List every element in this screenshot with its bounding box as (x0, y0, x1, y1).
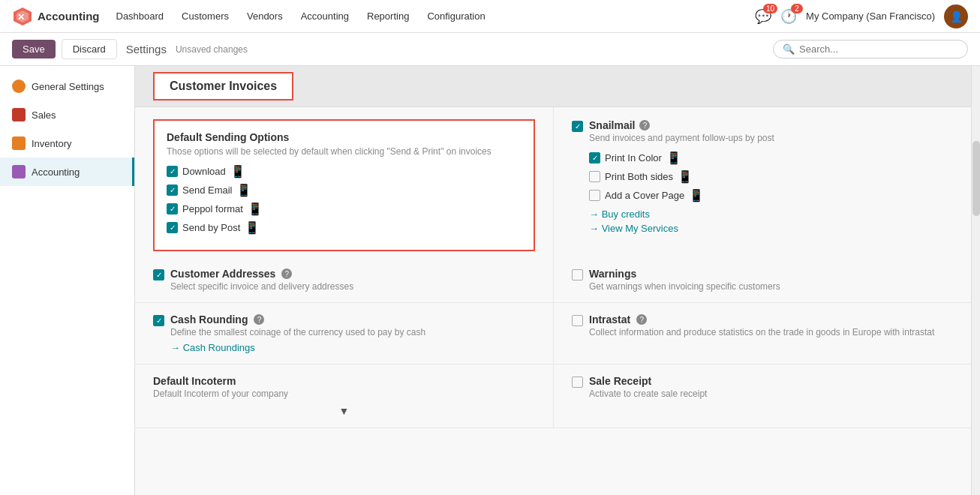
sidebar-label-inventory: Inventory (32, 138, 71, 149)
cash-rounding-help-icon[interactable]: ? (254, 314, 264, 325)
sidebar-item-accounting[interactable]: Accounting (0, 158, 134, 186)
scrollbar-thumb[interactable] (972, 141, 980, 216)
print-color-mobile-icon: 📱 (666, 151, 681, 165)
customer-addresses-help-icon[interactable]: ? (281, 268, 292, 279)
customer-addresses-checkbox[interactable] (153, 269, 164, 280)
cash-rounding-title-row: Cash Rounding ? (170, 314, 425, 326)
buy-credits-link[interactable]: Buy credits (589, 208, 774, 220)
sale-receipt-cell: Sale Receipt Activate to create sale rec… (553, 364, 971, 428)
search-icon: 🔍 (783, 44, 795, 55)
toolbar-settings-label: Settings (126, 43, 167, 56)
view-my-services-link[interactable]: View My Services (589, 223, 774, 234)
warnings-title: Warnings (589, 268, 636, 280)
cash-rounding-desc: Define the smallest coinage of the curre… (170, 327, 425, 338)
section-title: Customer Invoices (153, 72, 293, 100)
company-label: My Company (San Francisco) (806, 10, 935, 22)
checkbox-send-email-input[interactable] (167, 184, 178, 196)
content-area: Customer Invoices Default Sending Option… (135, 66, 971, 495)
brand-icon: ✕ (12, 6, 33, 27)
warnings-title-row: Warnings (589, 268, 780, 280)
alerts-button[interactable]: 🕐 2 (780, 8, 797, 25)
checkbox-print-both-input[interactable] (589, 171, 600, 182)
scrollbar-track[interactable] (971, 66, 980, 495)
send-by-post-mobile-icon: 📱 (245, 220, 260, 235)
search-bar[interactable]: 🔍 (773, 40, 968, 58)
sidebar-item-inventory[interactable]: Inventory (0, 129, 134, 158)
sending-options-desc: Those options will be selected by defaul… (167, 146, 522, 157)
brand[interactable]: ✕ Accounting (12, 6, 100, 27)
checkbox-print-both: Print Both sides 📱 (589, 170, 774, 184)
snailmail-title: Snailmail (589, 119, 635, 131)
nav-reporting[interactable]: Reporting (359, 8, 416, 25)
sales-icon (12, 108, 26, 122)
nav-dashboard[interactable]: Dashboard (109, 8, 172, 25)
intrastat-checkbox[interactable] (572, 315, 583, 326)
snailmail-title-row: Snailmail ? (589, 119, 774, 131)
snailmail-help-icon[interactable]: ? (639, 120, 650, 130)
nav-accounting[interactable]: Accounting (293, 8, 356, 25)
sidebar: General Settings Sales Inventory Account… (0, 66, 135, 495)
sidebar-item-sales[interactable]: Sales (0, 100, 134, 129)
default-incoterm-title: Default Incoterm (153, 375, 236, 387)
default-incoterm-cell: Default Incoterm Default Incoterm of you… (135, 364, 553, 428)
checkbox-print-color: Print In Color 📱 (589, 151, 774, 165)
intrastat-help-icon[interactable]: ? (636, 314, 647, 325)
sidebar-label-sales: Sales (32, 110, 56, 121)
incoterm-dropdown-arrow[interactable]: ▼ (339, 405, 350, 417)
checkbox-cover-page-input[interactable] (589, 190, 600, 201)
snailmail-desc: Send invoices and payment follow-ups by … (589, 133, 774, 143)
nav-configuration[interactable]: Configuration (419, 8, 492, 25)
nav-customers[interactable]: Customers (174, 8, 236, 25)
svg-text:✕: ✕ (17, 12, 25, 22)
warnings-checkbox[interactable] (572, 269, 583, 280)
checkbox-print-both-label: Print Both sides (605, 171, 673, 182)
checkbox-cover-page: Add a Cover Page 📱 (589, 188, 774, 202)
navbar-right: 💬 10 🕐 2 My Company (San Francisco) 👤 (755, 4, 968, 28)
save-button[interactable]: Save (12, 40, 56, 58)
sale-receipt-title: Sale Receipt (589, 375, 651, 387)
customer-addresses-title: Customer Addresses (170, 268, 275, 280)
alerts-badge: 2 (791, 4, 803, 14)
user-avatar[interactable]: 👤 (944, 4, 968, 28)
customer-addresses-title-row: Customer Addresses ? (170, 268, 353, 280)
bottom-grid: Customer Addresses ? Select specific inv… (135, 257, 971, 428)
download-mobile-icon: 📱 (230, 164, 245, 178)
snailmail-main-checkbox[interactable] (572, 121, 583, 132)
brand-name: Accounting (38, 10, 100, 22)
inventory-icon (12, 136, 26, 150)
checkbox-send-by-post: Send by Post 📱 (167, 220, 522, 235)
snailmail-group: Snailmail ? Send invoices and payment fo… (553, 107, 971, 257)
section-header: Customer Invoices (135, 66, 971, 107)
checkbox-send-by-post-input[interactable] (167, 222, 178, 233)
intrastat-title: Intrastat (589, 314, 630, 326)
discard-button[interactable]: Discard (62, 39, 117, 59)
sale-receipt-checkbox[interactable] (572, 376, 583, 388)
peppol-mobile-icon: 📱 (248, 202, 263, 216)
nav-vendors[interactable]: Vendors (239, 8, 290, 25)
cover-page-mobile-icon: 📱 (689, 188, 704, 202)
checkbox-download-input[interactable] (167, 166, 178, 177)
sidebar-label-accounting: Accounting (32, 166, 80, 178)
cash-rounding-checkbox[interactable] (153, 315, 164, 326)
checkbox-peppol-input[interactable] (167, 203, 178, 214)
checkbox-peppol-label: Peppol format (182, 203, 243, 214)
checkbox-print-color-input[interactable] (589, 152, 600, 164)
send-email-mobile-icon: 📱 (236, 183, 251, 197)
general-settings-icon (12, 80, 26, 93)
top-area: Default Sending Options Those options wi… (135, 107, 971, 257)
checkbox-print-color-label: Print In Color (605, 152, 662, 164)
unsaved-changes-label: Unsaved changes (176, 44, 248, 55)
sending-options-title: Default Sending Options (167, 131, 522, 143)
notifications-button[interactable]: 💬 10 (755, 8, 771, 25)
search-input[interactable] (799, 44, 958, 55)
default-incoterm-title-row: Default Incoterm (153, 375, 535, 387)
sidebar-item-general-settings[interactable]: General Settings (0, 72, 134, 100)
cash-roundings-link[interactable]: Cash Roundings (170, 342, 425, 353)
default-incoterm-desc: Default Incoterm of your company (153, 388, 535, 399)
checkbox-cover-page-label: Add a Cover Page (605, 190, 684, 201)
customer-addresses-desc: Select specific invoice and delivery add… (170, 281, 353, 292)
cash-rounding-cell: Cash Rounding ? Define the smallest coin… (135, 303, 553, 364)
checkbox-download: Download 📱 (167, 164, 522, 178)
notifications-badge: 10 (763, 4, 777, 14)
checkbox-send-by-post-label: Send by Post (182, 222, 240, 233)
